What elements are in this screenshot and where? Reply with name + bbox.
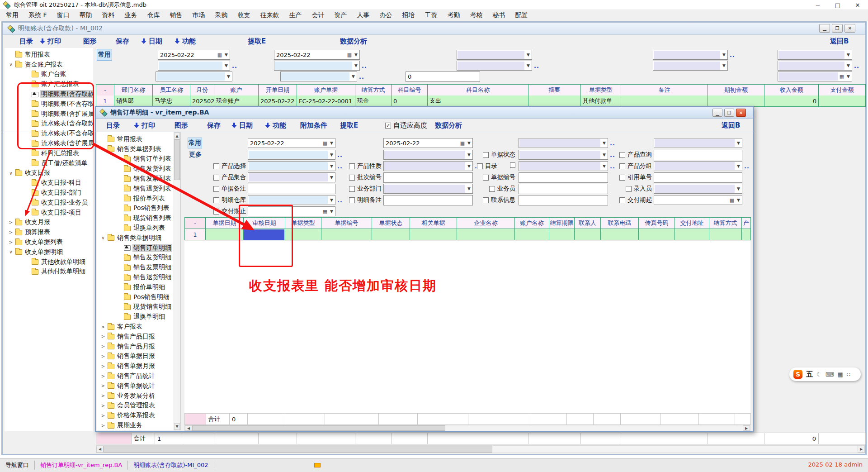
- column-header[interactable]: 单据日期: [206, 218, 244, 229]
- data-analysis-button[interactable]: 数据分析: [340, 36, 367, 46]
- function-button[interactable]: 功能: [175, 36, 196, 46]
- scroll-thumb[interactable]: [104, 446, 492, 453]
- filter-detail-memo[interactable]: 明细备注: [322, 195, 382, 205]
- chart-button[interactable]: 图形: [83, 36, 97, 46]
- checkbox-icon[interactable]: [489, 186, 495, 192]
- grid-cell[interactable]: 202502: [190, 95, 214, 107]
- mini-checkbox-icon[interactable]: [510, 162, 515, 168]
- more-icon[interactable]: ∷: [847, 371, 850, 378]
- keyboard-icon[interactable]: ⌨: [826, 371, 834, 378]
- menu-item[interactable]: 办公: [375, 10, 397, 21]
- main-minimize-button[interactable]: ▁: [819, 24, 830, 33]
- column-header[interactable]: 账户单据: [297, 85, 355, 96]
- column-header[interactable]: 单据编号: [321, 218, 372, 229]
- tree-item[interactable]: > 销售单据日报: [97, 352, 180, 362]
- child-close-button[interactable]: ✕: [736, 109, 746, 117]
- date-button[interactable]: 日期: [231, 120, 253, 130]
- filter-catalog[interactable]: 目录: [457, 161, 497, 172]
- tree-item[interactable]: > 会员管理报表: [97, 401, 180, 411]
- checkbox-icon[interactable]: [213, 163, 219, 169]
- filter-ref-no[interactable]: 引用单号: [593, 172, 652, 183]
- tree-item[interactable]: > 销售产品月报: [97, 342, 180, 352]
- expander-icon[interactable]: >: [100, 344, 106, 349]
- grid-cell[interactable]: [675, 229, 709, 240]
- checkbox-icon[interactable]: [619, 152, 625, 158]
- print-button[interactable]: 打印: [134, 120, 155, 130]
- column-header[interactable]: 收入金额: [764, 85, 819, 96]
- save-button[interactable]: 保存: [207, 120, 221, 130]
- grid-cell[interactable]: [639, 229, 675, 240]
- menu-item[interactable]: 系统 F: [24, 10, 52, 21]
- app-maximize-button[interactable]: □: [834, 2, 842, 9]
- date-from-picker[interactable]: 2025-02-22▦▼: [158, 50, 230, 60]
- date-from-picker[interactable]: 2025-02-22▦▼: [248, 138, 335, 148]
- return-button[interactable]: 返回B: [722, 120, 740, 130]
- filter-product-group[interactable]: 产品分组: [593, 161, 652, 172]
- filter-combo[interactable]: ▼: [778, 50, 852, 60]
- menu-item[interactable]: 配置: [510, 10, 533, 21]
- expander-icon[interactable]: >: [100, 334, 106, 339]
- grid-cell[interactable]: [621, 95, 708, 107]
- date-button[interactable]: 日期: [141, 36, 162, 46]
- more-dots[interactable]: ..: [744, 163, 750, 170]
- data-analysis-button[interactable]: 数据分析: [435, 120, 462, 130]
- grid-cell[interactable]: 0: [764, 95, 819, 107]
- child-minimize-button[interactable]: ▁: [712, 109, 722, 117]
- column-header[interactable]: 联系电话: [601, 218, 639, 229]
- menu-item[interactable]: 秘书: [488, 10, 510, 21]
- grid-cell[interactable]: [819, 95, 866, 107]
- checkbox-icon[interactable]: [349, 163, 355, 169]
- expander-icon[interactable]: >: [100, 324, 106, 329]
- expander-icon[interactable]: >: [100, 374, 106, 379]
- auto-height-toggle[interactable]: ✓自适应高度: [385, 120, 427, 130]
- grid-cell[interactable]: [742, 229, 751, 240]
- column-header[interactable]: 账户: [214, 85, 259, 96]
- taskbar-item-sales-order-detail[interactable]: 销售订单明细-vr_item_rep.BA: [35, 458, 127, 472]
- tree-item[interactable]: > 客户报表: [97, 322, 180, 332]
- tree-item[interactable]: ∨ 销售类单据明细: [97, 233, 180, 243]
- grid-cell[interactable]: 0: [392, 95, 428, 107]
- checkbox-icon[interactable]: [483, 175, 489, 181]
- menu-item[interactable]: 往来款: [255, 10, 284, 21]
- filter-combo[interactable]: ▼: [158, 61, 230, 71]
- checkbox-icon[interactable]: [483, 152, 489, 158]
- more-dots[interactable]: ..: [534, 62, 539, 69]
- filter-combo[interactable]: ▼: [457, 50, 532, 60]
- column-header[interactable]: 月份: [190, 85, 214, 96]
- filter-combo[interactable]: ▼: [654, 161, 742, 171]
- more-dots[interactable]: ..: [232, 62, 237, 69]
- taskbar-nav-window[interactable]: 导航窗口: [0, 458, 34, 472]
- menu-item[interactable]: 招培: [397, 10, 420, 21]
- tree-item[interactable]: > 预算报表: [5, 227, 94, 237]
- extra-condition-button[interactable]: 附加条件: [300, 120, 327, 130]
- checkbox-icon[interactable]: [349, 197, 355, 203]
- grid-cell[interactable]: 2025-02-22: [259, 95, 297, 107]
- filter-combo[interactable]: ▼: [654, 138, 742, 148]
- scroll-thumb[interactable]: [192, 425, 445, 431]
- column-header[interactable]: 相关单据: [410, 218, 457, 229]
- extract-button[interactable]: 提取E: [340, 120, 358, 130]
- filter-combo[interactable]: ▼: [653, 61, 728, 71]
- filter-detail-warehouse[interactable]: 明细仓库: [184, 195, 246, 205]
- app-minimize-button[interactable]: ─: [814, 2, 822, 9]
- tree-item[interactable]: > 销售产品统计: [97, 371, 180, 381]
- expander-icon[interactable]: >: [100, 413, 106, 418]
- more-dots[interactable]: ..: [854, 62, 859, 69]
- filter-combo[interactable]: ▼: [778, 61, 852, 71]
- scroll-right-icon[interactable]: ▶: [743, 425, 750, 431]
- menu-item[interactable]: 业务: [120, 10, 142, 21]
- column-header[interactable]: 单据状态: [372, 218, 410, 229]
- column-header[interactable]: 开单日期: [259, 85, 297, 96]
- tree-item[interactable]: 退换单明细: [97, 312, 180, 322]
- grid-cell[interactable]: [372, 229, 410, 240]
- sogou-logo-icon[interactable]: S: [793, 370, 802, 379]
- filter-biz-person[interactable]: 业务员: [457, 183, 515, 194]
- grid-cell[interactable]: [515, 229, 549, 240]
- filter-batch-no[interactable]: 批次编号: [322, 172, 382, 183]
- filter-entry-person[interactable]: 录入员: [593, 183, 652, 194]
- column-header[interactable]: 联系人: [575, 218, 601, 229]
- filter-combo[interactable]: ▼: [654, 184, 742, 194]
- product-query-input[interactable]: [654, 150, 742, 160]
- main-restore-button[interactable]: ❐: [832, 24, 843, 33]
- checkbox-icon[interactable]: [483, 197, 489, 203]
